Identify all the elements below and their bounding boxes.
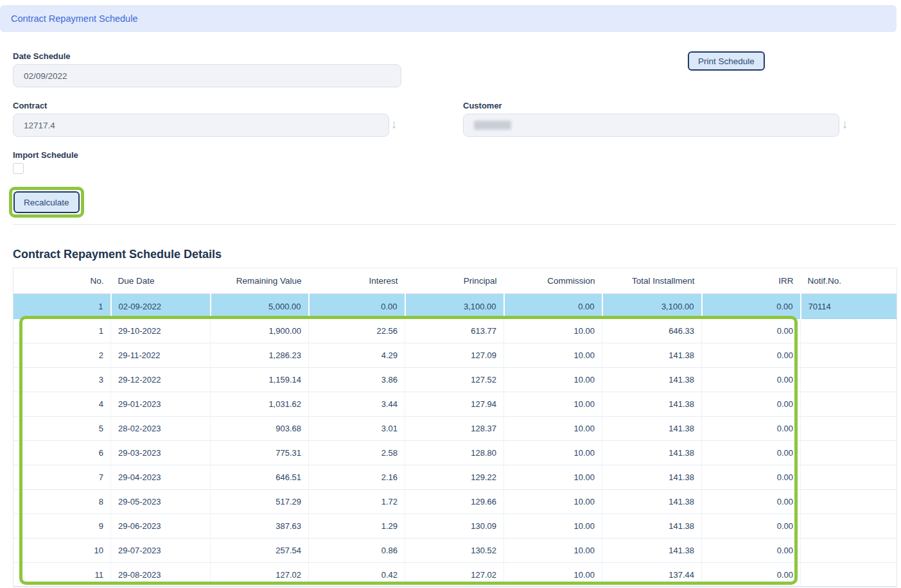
table-cell: 127.02 [405,563,504,587]
customer-dropdown-arrow-icon[interactable]: ↓ [842,118,848,130]
table-cell: 141.38 [602,417,702,441]
table-cell: 7 [13,465,111,490]
table-row[interactable]: 1029-07-2023257.540.86130.5210.00141.380… [13,539,897,563]
table-cell: 02-09-2022 [111,294,211,319]
table-cell: 141.38 [602,465,702,490]
table-cell: 29-08-2023 [111,563,211,587]
table-cell: 70114 [801,294,897,319]
table-cell: 0.86 [309,539,405,563]
table-cell: 2.58 [309,441,405,465]
recalculate-button[interactable]: Recalculate [13,191,80,213]
table-row[interactable]: 929-06-2023387.631.29130.0910.00141.380.… [13,514,897,539]
table-cell: 2 [13,343,111,368]
table-cell: 6 [13,441,111,465]
table-row[interactable]: 528-02-2023903.683.01128.3710.00141.380.… [13,417,897,441]
column-header: No. [13,268,111,294]
table-cell: 257.54 [211,539,309,563]
table-cell: 10.00 [504,539,602,563]
table-cell [801,319,897,343]
details-section-title: Contract Repayment Schedule Details [13,248,222,261]
table-cell: 0.00 [309,294,405,319]
date-schedule-label: Date Schedule [13,51,71,61]
table-row[interactable]: 229-11-20221,286.234.29127.0910.00141.38… [13,343,897,368]
table-cell: 0.00 [702,539,801,563]
date-schedule-input[interactable] [13,64,401,87]
table-cell: 129.22 [405,465,504,490]
table-row[interactable]: 829-05-2023517.291.72129.6610.00141.380.… [13,490,897,514]
table-cell: 775.31 [211,441,309,465]
table-cell: 29-04-2023 [111,465,211,490]
table-cell: 10 [13,539,111,563]
table-cell: 0.00 [702,514,801,539]
table-row[interactable]: 329-12-20221,159.143.86127.5210.00141.38… [13,368,897,392]
column-header: Total Installment [602,268,702,294]
table-cell: 10.00 [504,343,602,368]
table-cell [801,490,897,514]
table-cell: 22.56 [309,319,405,343]
table-cell: 28-02-2023 [111,417,211,441]
table-cell: 128.37 [405,417,504,441]
table-cell: 2.16 [309,465,405,490]
table-cell [801,539,897,563]
table-cell: 3.01 [309,417,405,441]
table-cell: 29-07-2023 [111,539,211,563]
table-row[interactable]: 1129-08-2023127.020.42127.0210.00137.440… [13,563,897,587]
table-cell: 10.00 [504,319,602,343]
table-cell: 29-01-2023 [111,392,211,417]
table-cell: 0.00 [702,490,801,514]
details-table-body: 102-09-20225,000.000.003,100.000.003,100… [13,294,897,587]
table-cell: 137.44 [602,563,702,587]
table-cell: 141.38 [602,441,702,465]
table-cell: 8 [13,490,111,514]
table-cell: 3,100.00 [602,294,702,319]
table-cell: 0.00 [702,465,801,490]
table-cell: 141.38 [602,392,702,417]
table-cell: 10.00 [504,441,602,465]
table-cell: 646.33 [602,319,702,343]
import-schedule-checkbox[interactable] [13,163,24,174]
table-cell: 0.00 [702,343,801,368]
table-cell [801,465,897,490]
table-cell: 0.42 [309,563,405,587]
table-cell: 1,159.14 [211,368,309,392]
table-cell: 1,286.23 [211,343,309,368]
contract-input[interactable] [13,114,389,137]
table-row-selected[interactable]: 102-09-20225,000.000.003,100.000.003,100… [13,294,897,319]
table-cell: 141.38 [602,539,702,563]
table-cell: 127.94 [405,392,504,417]
table-header-row: No.Due DateRemaining ValueInterestPrinci… [13,268,897,294]
table-cell: 141.38 [602,368,702,392]
print-schedule-button[interactable]: Print Schedule [688,51,765,71]
table-cell: 1.29 [309,514,405,539]
table-cell: 130.52 [405,539,504,563]
table-cell: 0.00 [702,417,801,441]
table-cell: 0.00 [702,368,801,392]
table-cell: 0.00 [504,294,602,319]
recalculate-highlight-box: Recalculate [9,187,84,218]
table-cell [801,343,897,368]
table-cell: 387.63 [211,514,309,539]
customer-input[interactable] [463,114,839,137]
column-header: Commission [504,268,602,294]
table-cell: 10.00 [504,368,602,392]
table-row[interactable]: 429-01-20231,031.623.44127.9410.00141.38… [13,392,897,417]
column-header: Due Date [111,268,211,294]
table-cell: 3,100.00 [405,294,504,319]
table-cell: 0.00 [702,319,801,343]
contract-label: Contract [13,101,47,110]
table-row[interactable]: 129-10-20221,900.0022.56613.7710.00646.3… [13,319,897,343]
table-cell [801,368,897,392]
table-cell: 10.00 [504,465,602,490]
table-cell: 130.09 [405,514,504,539]
table-row[interactable]: 729-04-2023646.512.16129.2210.00141.380.… [13,465,897,490]
table-cell [801,417,897,441]
table-cell: 10.00 [504,417,602,441]
contract-dropdown-arrow-icon[interactable]: ↓ [391,118,398,130]
form-divider [13,224,897,225]
column-header: Remaining Value [211,268,309,294]
table-cell: 517.29 [211,490,309,514]
table-row[interactable]: 629-03-2023775.312.58128.8010.00141.380.… [13,441,897,465]
table-cell: 129.66 [405,490,504,514]
table-cell: 141.38 [602,490,702,514]
page-titlebar: Contract Repayment Schedule [0,5,897,32]
